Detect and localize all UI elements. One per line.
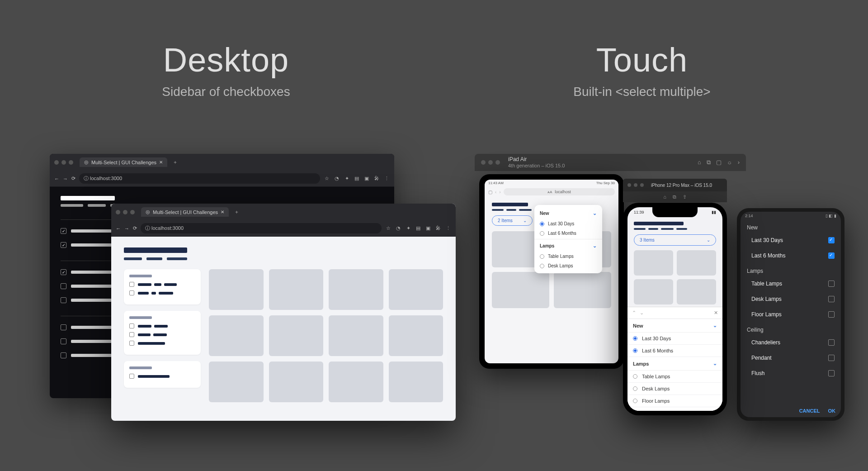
- select-option[interactable]: Chandeliers: [741, 335, 841, 350]
- select-option[interactable]: Table Lamps: [741, 276, 841, 291]
- select-option[interactable]: Flush: [741, 366, 841, 381]
- result-card[interactable]: [209, 315, 264, 356]
- zoom-icon[interactable]: [640, 183, 644, 187]
- close-icon[interactable]: [54, 160, 59, 165]
- result-card[interactable]: [634, 250, 673, 276]
- prev-option-icon[interactable]: ⌃: [632, 310, 636, 316]
- tab-close-icon[interactable]: ✕: [159, 160, 163, 165]
- select-option[interactable]: Desk Lamps: [534, 261, 602, 271]
- select-option[interactable]: Pendant: [741, 350, 841, 366]
- checkbox-icon[interactable]: [129, 332, 134, 337]
- result-card[interactable]: [329, 269, 383, 310]
- sidebar-toggle-icon[interactable]: ▢: [488, 190, 492, 195]
- menu-icon[interactable]: ⋮: [445, 225, 451, 231]
- star-icon[interactable]: ☆: [324, 176, 330, 181]
- select-option[interactable]: Last 6 Months: [534, 228, 602, 238]
- screenshot-icon[interactable]: ⧉: [673, 194, 676, 200]
- result-card[interactable]: [492, 272, 549, 308]
- reload-icon[interactable]: ⟳: [133, 225, 137, 231]
- back-icon[interactable]: ‹: [495, 190, 496, 195]
- checkbox-icon[interactable]: [61, 297, 66, 303]
- multi-select-button[interactable]: 2 Items ⌄: [492, 215, 533, 226]
- screenshot-icon[interactable]: ⧉: [707, 159, 711, 166]
- mic-icon[interactable]: 🎤︎: [373, 176, 380, 181]
- browser-tab[interactable]: ◎ Multi-Select | GUI Challenges ✕: [80, 157, 167, 167]
- result-card[interactable]: [329, 315, 383, 356]
- close-sheet-icon[interactable]: ✕: [714, 310, 718, 316]
- simulator-menu-icon[interactable]: ›: [738, 159, 740, 166]
- checkbox-icon[interactable]: [61, 324, 66, 330]
- select-option[interactable]: Last 6 Months: [741, 248, 841, 263]
- next-option-icon[interactable]: ⌄: [640, 310, 644, 316]
- result-card[interactable]: [554, 272, 611, 308]
- window-icon[interactable]: ▣: [363, 176, 370, 181]
- select-option[interactable]: Last 6 Months: [627, 345, 722, 357]
- checkbox-icon[interactable]: [828, 237, 835, 243]
- result-card[interactable]: [269, 269, 324, 310]
- tab-close-icon[interactable]: ✕: [221, 209, 224, 214]
- home-icon[interactable]: ⌂: [663, 194, 666, 200]
- select-option[interactable]: Table Lamps: [627, 371, 722, 383]
- menu-icon[interactable]: ⋮: [383, 176, 390, 181]
- checkbox-row[interactable]: [129, 324, 195, 328]
- select-option[interactable]: Last 30 Days: [741, 233, 841, 248]
- checkbox-icon[interactable]: [61, 228, 66, 234]
- address-bar[interactable]: ⓘ localhost:3000: [79, 173, 320, 184]
- devtools-icon[interactable]: ▤: [354, 176, 360, 181]
- checkbox-icon[interactable]: [61, 338, 66, 344]
- extension-icon[interactable]: ◔: [395, 225, 401, 231]
- result-card[interactable]: [677, 250, 716, 276]
- checkbox-row[interactable]: [129, 290, 195, 295]
- checkbox-icon[interactable]: [61, 269, 66, 275]
- multi-select-button[interactable]: 3 Items ⌄: [634, 234, 716, 246]
- cancel-button[interactable]: CANCEL: [799, 408, 820, 414]
- new-tab-button[interactable]: ＋: [234, 209, 239, 215]
- checkbox-row[interactable]: [129, 374, 195, 379]
- result-card[interactable]: [209, 269, 264, 310]
- checkbox-row[interactable]: [129, 332, 195, 337]
- new-tab-button[interactable]: ＋: [173, 159, 178, 166]
- forward-icon[interactable]: →: [63, 176, 68, 181]
- mic-icon[interactable]: 🎤︎: [435, 225, 441, 231]
- option-group-header[interactable]: Ceiling ›: [627, 407, 722, 411]
- zoom-icon[interactable]: [130, 210, 135, 214]
- safari-address-bar[interactable]: ᴀA localhost: [504, 188, 615, 195]
- ok-button[interactable]: OK: [828, 408, 836, 414]
- checkbox-icon[interactable]: [129, 290, 134, 295]
- checkbox-icon[interactable]: [828, 370, 835, 376]
- devtools-icon[interactable]: ▤: [415, 225, 421, 231]
- puzzle-icon[interactable]: ✦: [344, 176, 350, 181]
- result-card[interactable]: [677, 279, 716, 304]
- appearance-icon[interactable]: ☼: [727, 159, 732, 166]
- browser-tab[interactable]: ◎ Multi-Select | GUI Challenges ✕: [141, 207, 229, 217]
- checkbox-icon[interactable]: [129, 324, 134, 328]
- checkbox-icon[interactable]: [61, 242, 66, 248]
- back-icon[interactable]: ←: [54, 176, 59, 181]
- select-option[interactable]: Last 30 Days: [534, 219, 602, 228]
- close-icon[interactable]: [116, 210, 120, 214]
- minimize-icon[interactable]: [634, 183, 637, 187]
- address-bar[interactable]: ⓘ localhost:3000: [141, 223, 382, 233]
- share-icon[interactable]: ⇪: [683, 194, 687, 200]
- option-group-header[interactable]: Lamps ⌄: [534, 240, 602, 252]
- window-controls[interactable]: [481, 160, 500, 165]
- checkbox-icon[interactable]: [828, 355, 835, 361]
- select-option[interactable]: Last 30 Days: [627, 333, 722, 345]
- result-card[interactable]: [389, 362, 443, 402]
- select-option[interactable]: Floor Lamps: [741, 307, 841, 322]
- zoom-icon[interactable]: [69, 160, 73, 165]
- result-card[interactable]: [389, 315, 443, 356]
- minimize-icon[interactable]: [61, 160, 66, 165]
- option-group-header[interactable]: New ⌄: [534, 208, 602, 219]
- minimize-icon[interactable]: [488, 160, 493, 165]
- checkbox-icon[interactable]: [828, 339, 835, 346]
- window-controls[interactable]: [627, 183, 644, 187]
- extension-icon[interactable]: ◔: [334, 176, 340, 181]
- minimize-icon[interactable]: [123, 210, 127, 214]
- home-icon[interactable]: ⌂: [698, 159, 701, 166]
- result-card[interactable]: [209, 362, 264, 402]
- forward-icon[interactable]: ›: [499, 190, 500, 195]
- select-option[interactable]: Table Lamps: [534, 252, 602, 261]
- close-icon[interactable]: [481, 160, 486, 165]
- rotate-icon[interactable]: ▢: [716, 159, 722, 166]
